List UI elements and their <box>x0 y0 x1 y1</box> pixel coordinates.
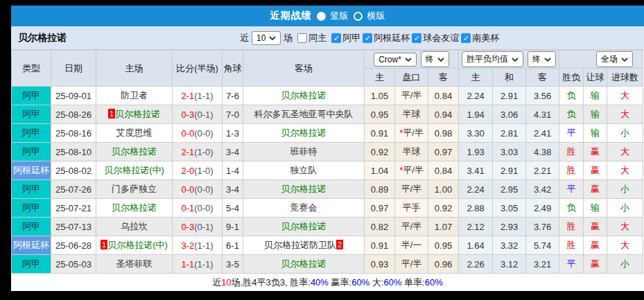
home-team-name[interactable]: 艾度思维 <box>116 127 153 138</box>
home-team-cell: 防卫者 <box>96 87 173 105</box>
col-header-date: 日期 <box>51 51 96 87</box>
avg-odds-select[interactable]: 胜平负均值 <box>462 51 523 67</box>
radio-vertical-selected-icon[interactable] <box>317 12 326 21</box>
sub-header-avg-home: 主 <box>459 69 493 87</box>
date-cell: 25-09-01 <box>51 87 96 105</box>
matches-label: 场 <box>284 32 293 44</box>
same-home-checkbox[interactable]: 同主 <box>297 32 327 44</box>
handicap-cell: 半/一 <box>395 236 428 255</box>
away-team-name[interactable]: 贝尔格拉诺 <box>281 127 327 138</box>
odds-away-cell: 0.84 <box>428 161 459 180</box>
home-team-name[interactable]: 防卫者 <box>121 90 148 100</box>
odds-select-group: Crow* 终 <box>365 51 459 69</box>
home-team-cell: 贝尔格拉诺 <box>96 199 173 218</box>
away-team-name[interactable]: 班菲特 <box>290 146 317 157</box>
results-tbody: 阿甲 25-09-01 防卫者 2-1(1-1) 7-6 贝尔格拉诺 1.05 … <box>12 87 643 274</box>
halftime-score: (0-0) <box>194 128 213 139</box>
sub-header-odds-away: 客 <box>428 69 459 87</box>
league-filter-checkbox[interactable]: ✓ 阿根廷杯 <box>363 32 410 44</box>
fulltime-score: 1-1 <box>181 259 194 270</box>
result-cell: 胜 <box>559 161 584 180</box>
score-cell: 0-0(0-0) <box>173 124 223 143</box>
league-filter-checkbox[interactable]: ✓ 阿甲 <box>331 32 360 44</box>
same-home-label: 同主 <box>308 32 327 44</box>
league-filter-checkbox[interactable]: ✓ 球会友谊 <box>412 32 459 44</box>
chevron-down-icon <box>544 58 551 62</box>
radio-horizontal-icon[interactable] <box>354 12 363 21</box>
goals-result-cell: 大 <box>607 87 643 105</box>
handicap-value: 平/半 <box>401 258 422 269</box>
away-team-name[interactable]: 贝尔格拉诺 <box>281 90 327 100</box>
home-team-name[interactable]: 贝尔格拉诺(中) <box>104 165 164 175</box>
fulltime-score: 0-3 <box>181 222 194 232</box>
radio-vertical-label[interactable]: 竖版 <box>331 10 349 22</box>
handicap-value: 平手 <box>403 202 421 213</box>
sub-header-handicap: 盘口 <box>395 69 428 87</box>
goals-result-cell: 大 <box>607 161 643 180</box>
league-cell: 阿根廷杯 <box>12 236 51 255</box>
corner-cell: 3-5 <box>223 255 243 274</box>
avg-draw-cell: 2.81 <box>493 124 526 143</box>
bookmaker-select-value: Crow* <box>378 55 401 64</box>
avg-away-cell: 5.74 <box>526 236 559 255</box>
handicap-value: 平/半 <box>401 221 422 231</box>
corner-cell: 9-1 <box>223 218 243 236</box>
away-team-cell: 贝尔格拉诺 <box>243 87 365 105</box>
filter-controls: 近 10 场 同主 ✓ 阿甲 ✓ 阿根廷杯 ✓ 球会友谊 ✓ 南美杯 <box>240 26 499 49</box>
goals-result-cell: 大 <box>607 143 643 161</box>
away-team-name[interactable]: 独立队 <box>290 165 317 175</box>
halftime-score: (1-1) <box>194 259 213 270</box>
chevron-down-icon <box>512 58 519 62</box>
bookmaker-select[interactable]: Crow* <box>374 53 417 67</box>
home-team-name[interactable]: 贝尔格拉诺(中) <box>107 240 168 250</box>
summary-segment: 赢率: <box>329 277 351 288</box>
fulltime-select[interactable]: 全场 <box>596 51 633 67</box>
odds-time-select[interactable]: 终 <box>421 51 449 67</box>
away-team-name[interactable]: 贝尔格拉诺 <box>281 184 327 194</box>
header-row-selects: 类型 日期 主场 比分(半场) 角球 客场 Crow* 终 <box>12 51 643 69</box>
handicap-cell: 平/半 <box>395 255 428 274</box>
corner-cell: 1-4 <box>223 161 243 180</box>
goals-result-cell: 大 <box>607 236 643 255</box>
odds-home-cell: 0.97 <box>365 199 395 218</box>
avg-select-group: 胜平负均值 终 <box>459 51 559 69</box>
fulltime-select-value: 全场 <box>601 53 618 65</box>
home-team-name[interactable]: 乌拉坎 <box>121 221 148 231</box>
goals-result-cell: 大 <box>607 218 643 236</box>
radio-horizontal-label[interactable]: 横版 <box>367 10 385 22</box>
odds-home-cell: 0.91 <box>365 124 395 143</box>
avg-home-cell: 3.30 <box>459 124 493 143</box>
away-team-name[interactable]: 竞赛会 <box>290 202 317 213</box>
away-team-name[interactable]: 贝尔格拉诺 <box>281 221 327 231</box>
panel-title: 近期战绩 <box>270 10 312 22</box>
fulltime-score: 0-1 <box>181 203 194 213</box>
home-team-name[interactable]: 贝尔格拉诺 <box>112 146 157 157</box>
odds-away-cell: 0.84 <box>428 87 459 105</box>
home-team-name[interactable]: 贝尔格拉诺 <box>112 202 157 213</box>
odds-home-cell: 0.82 <box>365 218 395 236</box>
score-cell: 0-3(0-1) <box>173 218 223 236</box>
home-team-cell: 艾度思维 <box>96 124 173 143</box>
away-team-name[interactable]: 贝尔格拉诺 <box>281 258 327 269</box>
home-rank-badge: 1 <box>108 109 115 118</box>
avg-time-select[interactable]: 终 <box>528 51 556 67</box>
avg-home-cell: 2.24 <box>459 87 493 105</box>
away-team-name[interactable]: 贝尔格拉诺防卫队 <box>264 240 336 250</box>
avg-time-select-value: 终 <box>532 53 541 65</box>
home-team-name[interactable]: 圣塔菲联 <box>116 258 153 269</box>
corner-cell: 3-4 <box>223 180 243 199</box>
avg-away-cell: 3.42 <box>526 180 559 199</box>
halftime-score: (0-0) <box>194 184 213 195</box>
league-filter-checkbox[interactable]: ✓ 南美杯 <box>461 32 499 44</box>
handicap-cell: 平/半 <box>395 180 428 199</box>
result-cell: 负 <box>559 105 584 124</box>
home-team-name[interactable]: 贝尔格拉诺 <box>115 109 160 119</box>
result-cell: 负 <box>559 199 584 218</box>
home-team-name[interactable]: 门多萨独立 <box>112 184 157 194</box>
summary-segment: 60% <box>383 277 401 288</box>
league-cell: 阿甲 <box>12 87 51 105</box>
sub-header-avg-away: 客 <box>526 69 559 87</box>
match-count-select[interactable]: 10 <box>252 31 281 45</box>
avg-home-cell: 2.24 <box>459 180 493 199</box>
away-team-name[interactable]: 科尔多瓦圣地亚哥中央队 <box>254 109 354 119</box>
